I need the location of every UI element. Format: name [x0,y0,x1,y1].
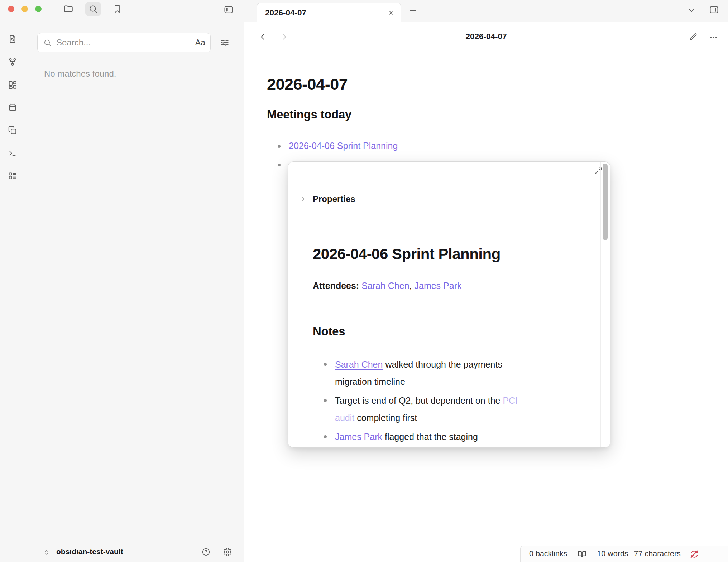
sync-off-icon[interactable] [690,549,699,559]
calendar-icon[interactable] [8,103,17,112]
bullet-text: Target is end of Q2, but dependent on th… [335,396,503,406]
search-icon[interactable] [88,4,98,14]
graph-view-icon[interactable] [8,57,17,67]
obsidian-window: 2026-04-07 Aa No matches f [0,0,728,562]
search-input[interactable] [56,38,195,48]
close-window-button[interactable] [8,6,14,12]
match-case-toggle[interactable]: Aa [195,38,205,48]
pci-audit-link[interactable]: PCI [503,396,518,406]
file-search-icon[interactable] [8,34,17,44]
folder-icon[interactable] [64,4,73,14]
more-options-icon[interactable] [709,33,718,42]
meeting-note-link[interactable]: 2026-04-06 Sprint Planning [289,141,398,151]
search-input-container: Aa [37,33,211,52]
book-open-icon [578,549,586,558]
ribbon-divider [28,22,28,562]
search-input-magnifier-icon [43,38,52,47]
bullet-dot [278,145,281,148]
help-icon[interactable] [201,547,211,557]
attendees-separator: , [409,281,412,291]
hover-preview-popup: Properties 2026-04-06 Sprint Planning At… [288,161,610,448]
left-sidebar-toggle-icon[interactable] [224,5,234,15]
vault-name[interactable]: obsidian-test-vault [56,547,123,556]
search-settings-sliders-icon[interactable] [220,38,229,47]
chevron-right-icon [300,195,307,203]
pci-audit-link[interactable]: audit [335,413,354,423]
back-arrow-icon[interactable] [259,32,269,42]
sarah-chen-link[interactable]: Sarah Chen [335,359,383,369]
layout-list-icon[interactable] [8,171,17,180]
note-bullet-3-line-1: James Park flagged that the staging [335,428,478,445]
attendee-link-james-park[interactable]: James Park [414,281,461,291]
terminal-icon[interactable] [8,149,17,158]
bookmark-icon[interactable] [112,4,122,14]
status-bar: 0 backlinks 10 words 77 characters [520,546,728,562]
bullet-dot [324,363,327,366]
note-bullet-2-line-1: Target is end of Q2, but dependent on th… [335,392,518,409]
note-bullet-1-line-1: Sarah Chen walked through the payments [335,356,502,373]
edit-pencil-icon[interactable] [688,32,698,42]
word-count: 10 words [597,549,628,558]
tab-list-chevron-down-icon[interactable] [687,6,696,15]
attendees-label: Attendees: [313,281,359,291]
attendees-line: Attendees: Sarah Chen, James Park [313,281,461,291]
search-empty-state: No matches found. [44,69,116,79]
bullet-text: completing first [354,413,417,423]
note-title: 2026-04-07 [244,32,728,41]
expand-popup-icon[interactable] [594,166,603,175]
new-tab-plus-icon[interactable] [408,6,418,15]
settings-gear-icon[interactable] [223,547,232,557]
attendee-link-sarah-chen[interactable]: Sarah Chen [361,281,409,291]
bullet-dot [324,399,327,402]
popup-scrollbar-track [600,162,601,447]
canvas-dashboard-icon[interactable] [8,80,17,89]
note-bullet-2-line-2: audit completing first [335,409,417,426]
minimize-window-button[interactable] [21,6,28,12]
james-park-link[interactable]: James Park [335,432,382,442]
zoom-window-button[interactable] [35,6,42,12]
properties-label: Properties [313,194,355,204]
bullet-dot [278,164,281,166]
properties-collapse-toggle[interactable]: Properties [300,194,355,204]
sidebar-divider [244,0,244,562]
chevrons-up-down-icon [43,548,51,556]
tab-2026-04-07[interactable]: 2026-04-07 [257,3,401,23]
character-count: 77 characters [634,549,681,558]
duplicate-note-icon[interactable] [8,126,17,135]
right-sidebar-toggle-icon[interactable] [709,5,719,15]
popup-scrollbar-thumb[interactable] [603,164,608,240]
close-tab-icon[interactable] [387,9,395,16]
bullet-text: walked through the payments [383,359,502,369]
forward-arrow-icon[interactable] [278,32,288,42]
document-h1: 2026-04-07 [267,75,348,94]
backlinks-count[interactable]: 0 backlinks [529,549,567,558]
bullet-dot [324,435,327,438]
note-bullet-1-line-2: migration timeline [335,373,405,390]
notes-heading: Notes [313,325,345,338]
bullet-text: flagged that the staging [382,432,478,442]
tab-title: 2026-04-07 [265,8,387,18]
left-sidebar [0,22,244,562]
document-h2: Meetings today [267,108,351,121]
popup-note-title: 2026-04-06 Sprint Planning [313,246,500,263]
